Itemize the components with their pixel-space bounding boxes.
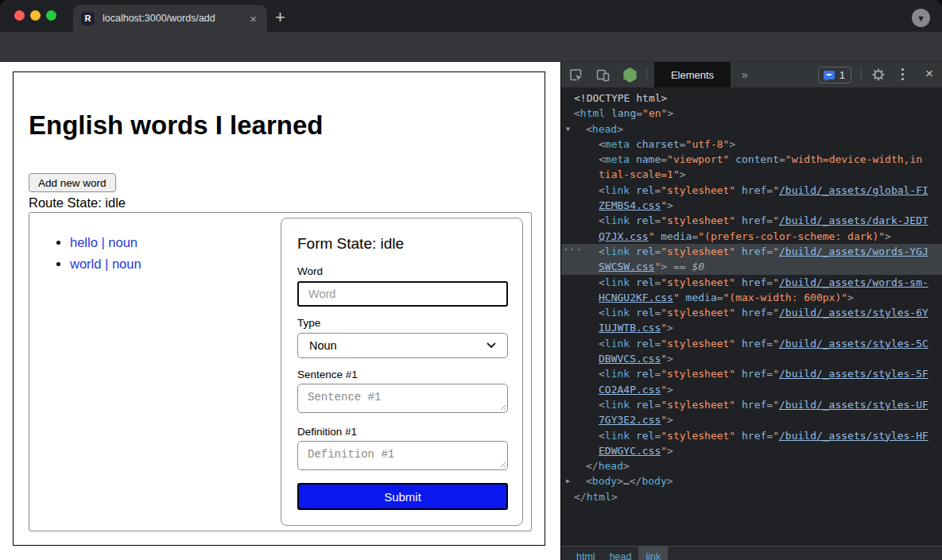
- stylesheet-link[interactable]: /build/_assets/words-sm-: [779, 276, 928, 288]
- code-line[interactable]: DBWVCS.css">: [561, 351, 942, 366]
- devtools-close-icon[interactable]: ×: [925, 66, 933, 82]
- type-select[interactable]: Noun: [297, 333, 508, 358]
- code-line[interactable]: EDWGYC.css">: [561, 443, 942, 458]
- issues-badge[interactable]: 1: [818, 67, 851, 83]
- code-line[interactable]: <!DOCTYPE html>: [561, 91, 942, 106]
- code-token: content: [729, 153, 779, 165]
- stylesheet-link[interactable]: /build/_assets/words-YGJ: [779, 245, 928, 257]
- stylesheet-link[interactable]: SWCSW.css: [599, 261, 654, 272]
- route-state-text: Route State: idle: [29, 195, 126, 210]
- breadcrumb-item-head[interactable]: head: [603, 546, 639, 560]
- settings-gear-icon[interactable]: [871, 68, 886, 82]
- definition-textarea[interactable]: [297, 441, 508, 470]
- code-token: rel: [630, 184, 654, 196]
- more-tabs-icon[interactable]: »: [742, 68, 748, 81]
- tab-search-button[interactable]: ▼: [912, 9, 930, 27]
- tab-close-icon[interactable]: ×: [247, 12, 259, 25]
- line-options-icon[interactable]: ···: [563, 244, 583, 257]
- breadcrumb-item-html[interactable]: html: [569, 546, 603, 560]
- issues-count: 1: [839, 70, 845, 81]
- tab-elements[interactable]: Elements: [654, 62, 731, 87]
- code-line[interactable]: <link rel="stylesheet" href="/build/_ass…: [561, 336, 942, 351]
- code-line[interactable]: SWCSW.css"> == $0: [561, 259, 942, 274]
- code-line[interactable]: <link rel="stylesheet" href="/build/_ass…: [561, 183, 942, 198]
- code-token: <: [599, 214, 605, 226]
- code-token: >: [611, 491, 618, 503]
- stylesheet-link[interactable]: /build/_assets/styles-5C: [779, 338, 928, 350]
- code-token: </: [630, 475, 642, 487]
- elements-tree[interactable]: <!DOCTYPE html><html lang="en">▼<head><m…: [561, 87, 942, 546]
- expand-arrow-icon[interactable]: ▼: [566, 122, 570, 137]
- code-token: link: [605, 184, 630, 196]
- code-token: ": [773, 338, 779, 350]
- extension-hexagon-icon[interactable]: [622, 68, 638, 83]
- code-line[interactable]: <link rel="stylesheet" href="/build/_ass…: [561, 397, 942, 412]
- stylesheet-link[interactable]: /build/_assets/styles-HF: [779, 430, 928, 442]
- code-line[interactable]: Q7JX.css" media="(prefers-color-scheme: …: [561, 229, 942, 244]
- code-token: ": [661, 384, 667, 396]
- code-token: <: [599, 138, 605, 150]
- stylesheet-link[interactable]: /build/_assets/styles-5F: [779, 368, 928, 380]
- stylesheet-link[interactable]: ZEMBS4.css: [599, 199, 661, 211]
- stylesheet-link[interactable]: DBWVCS.css: [599, 353, 661, 365]
- code-line[interactable]: </head>: [561, 458, 942, 473]
- code-token: >: [680, 168, 686, 180]
- breadcrumb-item-link[interactable]: link: [638, 546, 668, 560]
- stylesheet-link[interactable]: EDWGYC.css: [599, 445, 661, 457]
- add-new-word-button[interactable]: Add new word: [29, 173, 116, 192]
- code-line[interactable]: IUJWTB.css">: [561, 320, 942, 335]
- code-line[interactable]: <meta name="viewport" content="width=dev…: [561, 152, 942, 167]
- stylesheet-link[interactable]: /build/_assets/global-FI: [779, 184, 928, 196]
- code-line[interactable]: <meta charset="utf-8">: [561, 137, 942, 152]
- code-line[interactable]: ▶<body>…</body>: [561, 473, 942, 489]
- code-line[interactable]: CO2A4P.css">: [561, 382, 942, 397]
- stylesheet-link[interactable]: 7GY3E2.css: [599, 414, 661, 426]
- device-toolbar-icon[interactable]: [595, 68, 611, 83]
- new-tab-button[interactable]: +: [275, 7, 285, 28]
- devtools-menu-icon[interactable]: [901, 68, 904, 80]
- browser-tab[interactable]: R localhost:3000/words/add ×: [73, 5, 267, 32]
- stylesheet-link[interactable]: HCNGU2KF.css: [599, 292, 673, 303]
- code-token: html: [587, 491, 611, 503]
- code-line[interactable]: <link rel="stylesheet" href="/build/_ass…: [561, 305, 942, 320]
- window-close-button[interactable]: [14, 10, 25, 21]
- code-line[interactable]: 7GY3E2.css">: [561, 412, 942, 427]
- stylesheet-link[interactable]: /build/_assets/dark-JEDT: [779, 214, 928, 226]
- code-token: </: [574, 491, 587, 503]
- code-token: "width=device-width,in: [785, 153, 922, 165]
- stylesheet-link[interactable]: CO2A4P.css: [599, 384, 661, 396]
- stylesheet-link[interactable]: /build/_assets/styles-UF: [779, 399, 928, 411]
- code-line[interactable]: <link rel="stylesheet" href="/build/_ass…: [561, 428, 942, 443]
- code-token: <: [599, 399, 605, 411]
- code-line[interactable]: <link rel="stylesheet" href="/build/_ass…: [561, 275, 942, 290]
- code-token: =: [766, 184, 773, 196]
- code-line[interactable]: </html>: [561, 489, 942, 504]
- code-token: $0: [692, 261, 704, 272]
- code-line[interactable]: ···<link rel="stylesheet" href="/build/_…: [561, 244, 942, 259]
- code-line[interactable]: <link rel="stylesheet" href="/build/_ass…: [561, 366, 942, 381]
- code-line[interactable]: tial-scale=1">: [561, 167, 942, 182]
- word-link[interactable]: hello | noun: [70, 235, 138, 249]
- word-input[interactable]: [297, 281, 508, 307]
- code-token: =: [680, 138, 686, 150]
- stylesheet-link[interactable]: /build/_assets/styles-6Y: [779, 307, 928, 319]
- remix-favicon: R: [81, 12, 95, 25]
- code-token: <: [599, 184, 605, 196]
- code-line[interactable]: ▼<head>: [561, 122, 942, 137]
- submit-button[interactable]: Submit: [297, 483, 508, 510]
- window-minimize-button[interactable]: [30, 10, 41, 21]
- stylesheet-link[interactable]: Q7JX.css: [599, 230, 649, 242]
- collapse-arrow-icon[interactable]: ▶: [566, 473, 570, 489]
- code-token: ": [773, 276, 779, 288]
- code-line[interactable]: <link rel="stylesheet" href="/build/_ass…: [561, 213, 942, 228]
- window-zoom-button[interactable]: [46, 10, 56, 21]
- stylesheet-link[interactable]: IUJWTB.css: [599, 322, 661, 334]
- word-link[interactable]: world | noun: [70, 257, 141, 271]
- inspect-element-icon[interactable]: [568, 68, 583, 83]
- sentence-textarea[interactable]: [297, 384, 508, 413]
- code-line[interactable]: ZEMBS4.css">: [561, 198, 942, 213]
- code-line[interactable]: <html lang="en">: [561, 106, 942, 121]
- code-token: "stylesheet": [661, 245, 735, 257]
- code-token: <!DOCTYPE html>: [574, 92, 667, 104]
- code-line[interactable]: HCNGU2KF.css" media="(max-width: 600px)"…: [561, 290, 942, 305]
